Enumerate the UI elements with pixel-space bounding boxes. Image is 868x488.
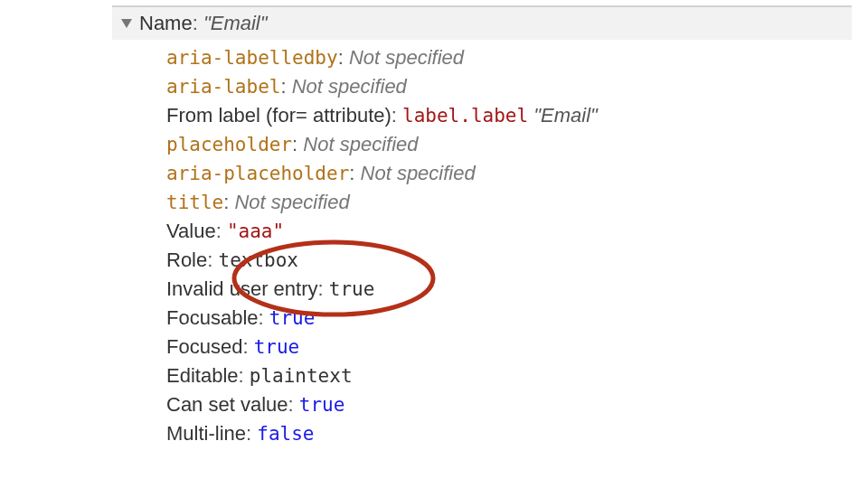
row-title: title: Not specified — [166, 188, 852, 217]
multiline-label: Multi-line — [166, 422, 246, 445]
cansetvalue-label: Can set value — [166, 393, 288, 416]
row-value: Value: "aaa" — [166, 217, 852, 246]
cansetvalue-value: true — [299, 394, 345, 416]
name-header-value: Email — [211, 12, 260, 34]
property-list: aria-labelledby: Not specified aria-labe… — [112, 40, 852, 448]
focusable-label: Focusable — [166, 306, 259, 329]
attr-name: aria-label — [166, 76, 280, 98]
from-label-label: From label (for= attribute) — [166, 104, 392, 127]
row-aria-label: aria-label: Not specified — [166, 72, 852, 101]
name-header-label: Name — [139, 12, 193, 34]
editable-label: Editable — [166, 364, 239, 387]
attr-name: aria-placeholder — [166, 163, 349, 184]
value-string: aaa — [239, 221, 273, 242]
attr-value: Not specified — [361, 162, 476, 184]
row-editable: Editable: plaintext — [166, 361, 852, 390]
role-value: textbox — [218, 249, 298, 271]
row-focused: Focused: true — [166, 333, 852, 361]
invalid-value: true — [329, 278, 375, 300]
row-focusable: Focusable: true — [166, 304, 852, 333]
accessibility-panel: Name: "Email" aria-labelledby: Not speci… — [112, 5, 852, 448]
row-multi-line: Multi-line: false — [166, 419, 852, 448]
disclosure-triangle-icon[interactable] — [121, 19, 132, 28]
quote-close: " — [260, 12, 268, 34]
attr-value: Not specified — [349, 46, 464, 69]
role-label: Role — [166, 249, 207, 271]
attr-name: title — [166, 192, 223, 213]
row-aria-placeholder: aria-placeholder: Not specified — [166, 159, 852, 188]
value-label: Value — [166, 220, 216, 242]
row-placeholder: placeholder: Not specified — [166, 130, 852, 159]
name-header-row[interactable]: Name: "Email" — [112, 7, 852, 40]
from-label-selector: label.label — [402, 105, 528, 127]
row-can-set-value: Can set value: true — [166, 390, 852, 419]
attr-value: Not specified — [234, 191, 349, 213]
row-from-label: From label (for= attribute): label.label… — [166, 101, 852, 130]
multiline-value: false — [257, 423, 314, 445]
focused-value: true — [254, 336, 300, 358]
focusable-value: true — [269, 307, 316, 329]
row-invalid-user-entry: Invalid user entry: true — [166, 275, 852, 304]
row-aria-labelledby: aria-labelledby: Not specified — [166, 43, 852, 72]
colon: : — [193, 12, 203, 34]
attr-value: Not specified — [303, 133, 418, 155]
quote-open: " — [203, 12, 211, 34]
focused-label: Focused — [166, 335, 242, 358]
invalid-label: Invalid user entry — [166, 277, 318, 300]
row-role: Role: textbox — [166, 246, 852, 275]
attr-name: placeholder — [166, 134, 292, 155]
editable-value: plaintext — [250, 365, 353, 387]
attr-value: Not specified — [292, 75, 407, 98]
attr-name: aria-labelledby — [166, 47, 338, 69]
from-label-value: Email — [541, 104, 590, 127]
